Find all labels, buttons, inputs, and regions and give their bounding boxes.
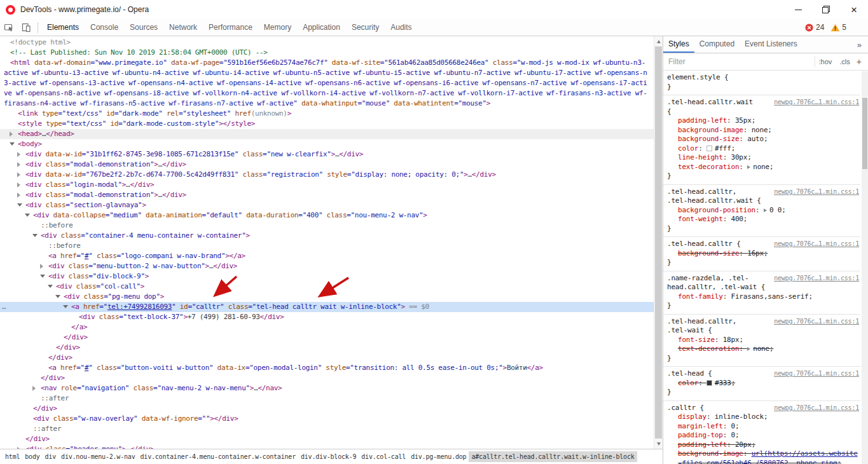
scrollbar-thumb[interactable] <box>862 98 867 169</box>
dom-tree-line[interactable]: <div data-w-id="767be2f2-2b7c-d674-7700-… <box>0 170 663 180</box>
css-property[interactable]: font-size: 18px; <box>667 336 859 345</box>
tab-event-listeners[interactable]: Event Listeners <box>740 36 803 53</box>
dom-tree-line[interactable]: <div class="modal-demonstration">…</div> <box>0 190 663 200</box>
scroll-up-icon[interactable] <box>654 37 663 46</box>
dom-tree-line[interactable]: <div class="menu-button-2 w-nav-button">… <box>0 261 663 271</box>
css-selector[interactable]: .tel-head { <box>667 369 770 379</box>
collapse-arrow-icon[interactable] <box>55 292 62 302</box>
expand-arrow-icon[interactable] <box>747 347 750 351</box>
css-selector[interactable]: .name-razdela, .tel-head.calltr, .tel-wa… <box>667 274 770 292</box>
css-property[interactable]: color: #333; <box>667 379 859 388</box>
css-property[interactable]: padding-top: 0; <box>667 431 859 440</box>
dom-tree-line[interactable]: <div data-w-id="31b1ff62-8745-3e98-1085-… <box>0 149 663 160</box>
tab-console[interactable]: Console <box>85 19 124 36</box>
tab-sources[interactable]: Sources <box>124 19 163 36</box>
dom-tree-line[interactable]: </div> <box>0 353 663 363</box>
breadcrumb-item[interactable]: div.container-4.menu-container.w-contain… <box>137 451 298 462</box>
scrollbar-thumb[interactable] <box>655 46 662 439</box>
collapse-arrow-icon[interactable] <box>63 302 70 312</box>
expand-arrow-icon[interactable] <box>32 383 39 393</box>
css-property[interactable]: color: #fff; <box>667 144 859 154</box>
dom-tree-line[interactable]: <div class="container-4 menu-container w… <box>0 231 663 241</box>
css-property[interactable]: background-size: auto; <box>667 135 859 144</box>
dom-tree-line[interactable]: </div> <box>0 332 663 343</box>
css-property[interactable]: font-weight: 400; <box>667 215 859 224</box>
expand-arrow-icon[interactable] <box>17 149 24 160</box>
stylesheet-link[interactable]: newpg.7076c…1.min.css:1 <box>774 188 859 197</box>
tab-computed[interactable]: Computed <box>694 36 740 53</box>
scroll-down-icon[interactable] <box>654 439 663 448</box>
expand-arrow-icon[interactable] <box>17 444 24 449</box>
dom-tree-line[interactable]: </div> <box>0 404 663 414</box>
collapse-arrow-icon[interactable] <box>17 200 24 210</box>
dom-tree-line[interactable]: <div data-collapse="medium" data-animati… <box>0 210 663 221</box>
new-style-rule-button[interactable]: + <box>854 57 868 67</box>
stylesheet-link[interactable]: newpg.7076c…1.min.css:1 <box>774 98 859 107</box>
stylesheet-link[interactable]: newpg.7076c…1.min.css:1 <box>774 369 859 379</box>
dom-tree-line[interactable]: <body> <box>0 139 663 149</box>
css-selector[interactable]: .tel-head.calltr.wait{ <box>667 98 770 116</box>
expand-arrow-icon[interactable] <box>40 261 47 271</box>
expand-arrow-icon[interactable] <box>10 129 17 139</box>
device-toolbar-button[interactable] <box>17 19 34 36</box>
dom-tree-line[interactable]: <div class="div-block-9"> <box>0 271 663 282</box>
breadcrumb-item[interactable]: div.nou-menu-2.w-nav <box>59 451 137 462</box>
stylesheet-link[interactable]: newpg.7076c…1.min.css:1 <box>774 404 859 413</box>
dom-tree-line[interactable]: <div class="text-block-37">+7 (499) 281-… <box>0 312 663 322</box>
css-property[interactable]: line-height: 30px; <box>667 153 859 163</box>
breadcrumb-item[interactable]: a#calltr.tel-head.calltr.wait.w-inline-b… <box>469 451 637 462</box>
dom-tree-line[interactable]: <div class="w-nav-overlay" data-wf-ignor… <box>0 414 663 424</box>
breadcrumb-item[interactable]: div <box>43 451 59 462</box>
expand-arrow-icon[interactable] <box>17 170 24 180</box>
css-property[interactable]: display: inline-block; <box>667 413 859 422</box>
stylesheet-link[interactable]: newpg.7076c…1.min.css:1 <box>774 240 859 249</box>
elements-scrollbar[interactable] <box>654 36 663 449</box>
more-tabs-icon[interactable]: » <box>851 40 868 50</box>
stylesheet-link[interactable]: newpg.7076c…1.min.css:1 <box>774 317 859 327</box>
dom-tree-line[interactable]: <div class="modal-demonstration">…</div> <box>0 160 663 170</box>
toggle-element-state-button[interactable]: :hov <box>815 58 836 65</box>
dom-tree-line[interactable]: ::after <box>0 393 663 404</box>
breadcrumb-item[interactable]: html <box>3 451 22 462</box>
css-selector[interactable]: .calltr { <box>667 404 770 413</box>
css-selector[interactable]: .tel-head.calltr,.tel-wait { <box>667 317 770 336</box>
css-selector[interactable]: .tel-head.calltr,.tel-head.calltr.wait { <box>667 188 770 206</box>
dom-tree-line[interactable]: <div class="pg-menu dop"> <box>0 292 663 302</box>
css-property[interactable]: padding-left: 35px; <box>667 116 859 126</box>
dom-tree-line[interactable]: <div class="section-glavnaya"> <box>0 200 663 210</box>
tab-performance[interactable]: Performance <box>203 19 258 36</box>
dom-tree-line[interactable]: <div class="header-menu">…</div> <box>0 444 663 449</box>
dom-tree-line[interactable]: <div class="col-call"> <box>0 282 663 292</box>
tab-application[interactable]: Application <box>297 19 346 36</box>
restore-button[interactable] <box>812 0 840 19</box>
tab-security[interactable]: Security <box>346 19 385 36</box>
css-property[interactable]: text-decoration: none; <box>667 345 859 354</box>
dom-tree-line[interactable]: <head>…</head> <box>0 129 663 139</box>
expand-arrow-icon[interactable] <box>747 165 750 169</box>
css-property[interactable]: background-image: none; <box>667 126 859 135</box>
inspect-element-button[interactable] <box>0 19 17 36</box>
dom-tree-line[interactable]: <nav role="navigation" class="nav-menu-2… <box>0 383 663 393</box>
breadcrumb-item[interactable]: div.col-call <box>359 451 408 462</box>
tab-styles[interactable]: Styles <box>663 36 694 53</box>
css-property[interactable]: font-family: Firasans,sans-serif; <box>667 292 859 302</box>
tab-memory[interactable]: Memory <box>258 19 297 36</box>
dom-tree-line[interactable]: <html data-wf-domain="www.primegate.io" … <box>0 58 663 109</box>
dom-tree-line[interactable]: <a href="#" class="button-voiti w-button… <box>0 363 663 373</box>
collapse-arrow-icon[interactable] <box>25 210 32 221</box>
dom-tree-line[interactable]: </div> <box>0 373 663 383</box>
collapse-arrow-icon[interactable] <box>48 282 55 292</box>
minimize-button[interactable] <box>784 0 812 19</box>
styles-scrollbar[interactable] <box>862 71 868 464</box>
dom-tree-line[interactable]: <a href="#" class="logo-compani w-nav-br… <box>0 251 663 261</box>
css-property[interactable]: text-decoration: none; <box>667 163 859 172</box>
color-swatch[interactable] <box>706 380 712 386</box>
css-selector[interactable]: .tel-head.calltr { <box>667 240 770 249</box>
color-swatch[interactable] <box>706 146 712 151</box>
styles-filter-input[interactable] <box>668 57 815 66</box>
dom-tree-line[interactable]: <div class="login-modal">…</div> <box>0 180 663 190</box>
dom-tree-line[interactable]: ::after <box>0 424 663 434</box>
collapse-arrow-icon[interactable] <box>32 231 39 241</box>
breadcrumb-item[interactable]: div.div-block-9 <box>298 451 359 462</box>
dom-tree-line[interactable]: ::before <box>0 241 663 251</box>
